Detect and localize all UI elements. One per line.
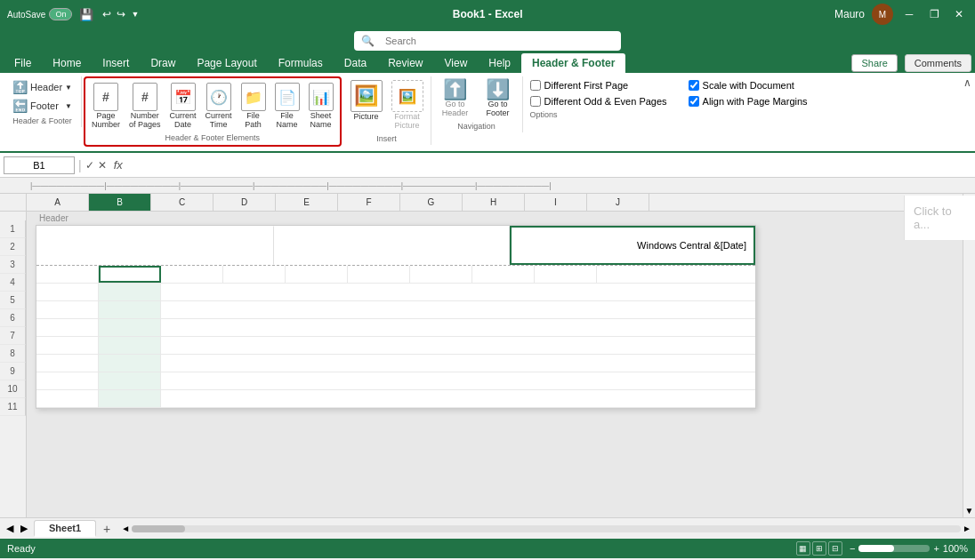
col-header-J[interactable]: J	[587, 194, 649, 211]
header-button[interactable]: 🔝 Header ▼	[7, 78, 77, 96]
col-header-I[interactable]: I	[525, 194, 587, 211]
picture-button[interactable]: 🖼️ Picture	[347, 78, 386, 132]
row-num-8[interactable]: 8	[0, 345, 26, 363]
align-with-margins-label[interactable]: Align with Page Margins	[689, 96, 808, 107]
different-first-page-label[interactable]: Different First Page	[530, 80, 667, 91]
menu-file[interactable]: File	[4, 53, 42, 73]
normal-view-button[interactable]: ▦	[796, 541, 810, 556]
menu-header-footer[interactable]: Header & Footer	[521, 53, 625, 73]
sheet-tab-sheet1[interactable]: Sheet1	[34, 520, 96, 537]
col-header-F[interactable]: F	[338, 194, 400, 211]
row-num-10[interactable]: 10	[0, 380, 26, 398]
cell-J1[interactable]	[597, 266, 755, 283]
menu-home[interactable]: Home	[42, 53, 92, 73]
current-time-button[interactable]: 🕐 CurrentTime	[202, 81, 236, 132]
zoom-slider[interactable]	[858, 545, 930, 552]
header-right-cell[interactable]: Windows Central &[Date]	[510, 226, 755, 265]
page-layout-view-button[interactable]: ⊞	[812, 541, 826, 556]
autosave-toggle[interactable]: On	[49, 8, 72, 20]
row-num-4[interactable]: 4	[0, 274, 26, 292]
col-header-A[interactable]: A	[27, 194, 89, 211]
cell-H1[interactable]	[472, 266, 535, 283]
save-icon[interactable]: 💾	[77, 6, 95, 23]
col-header-C[interactable]: C	[151, 194, 214, 211]
row-num-3[interactable]: 3	[0, 256, 26, 274]
menu-formulas[interactable]: Formulas	[268, 53, 334, 73]
col-header-H[interactable]: H	[463, 194, 525, 211]
cancel-icon[interactable]: ✕	[98, 159, 107, 172]
page-number-button[interactable]: # PageNumber	[88, 81, 124, 132]
menu-draw[interactable]: Draw	[140, 53, 186, 73]
sheet-name-button[interactable]: 📊 SheetName	[305, 81, 337, 132]
different-odd-even-checkbox[interactable]	[530, 96, 541, 107]
ribbon-collapse-button[interactable]: ∧	[963, 76, 971, 89]
different-first-page-checkbox[interactable]	[530, 80, 541, 91]
scale-with-document-label[interactable]: Scale with Document	[689, 80, 808, 91]
cell-row2[interactable]	[36, 284, 99, 300]
sheet-nav-right[interactable]: ▶	[18, 522, 30, 535]
check-icon[interactable]: ✓	[85, 159, 94, 172]
row-num-7[interactable]: 7	[0, 327, 26, 345]
close-button[interactable]: ✕	[950, 5, 968, 23]
restore-button[interactable]: ❐	[925, 5, 943, 23]
current-date-button[interactable]: 📅 CurrentDate	[166, 81, 200, 132]
h-scroll-right[interactable]: ►	[963, 524, 971, 533]
cell-E1[interactable]	[286, 266, 348, 283]
redo-btn[interactable]: ↪	[115, 6, 127, 22]
comments-button[interactable]: Comments	[905, 54, 971, 72]
col-header-D[interactable]: D	[214, 194, 276, 211]
search-input[interactable]	[378, 31, 614, 51]
add-sheet-button[interactable]: +	[96, 520, 117, 538]
row-num-2[interactable]: 2	[0, 238, 26, 256]
col-header-E[interactable]: E	[276, 194, 338, 211]
col-header-B[interactable]: B	[89, 194, 151, 211]
scale-with-document-checkbox[interactable]	[689, 80, 699, 91]
sheet-nav-left[interactable]: ◀	[4, 522, 16, 535]
vertical-scrollbar[interactable]: ▲ ▼	[963, 194, 975, 517]
minimize-button[interactable]: ─	[900, 5, 918, 23]
row-num-1[interactable]: 1	[0, 220, 26, 238]
different-odd-even-label[interactable]: Different Odd & Even Pages	[530, 96, 667, 107]
quick-access-more[interactable]: ▼	[129, 8, 141, 20]
row-num-5[interactable]: 5	[0, 292, 26, 309]
go-to-footer-button[interactable]: ⬇️ Go toFooter	[478, 78, 519, 120]
cell-D1[interactable]	[223, 266, 286, 283]
file-name-button[interactable]: 📄 FileName	[271, 81, 303, 132]
menu-view[interactable]: View	[434, 53, 479, 73]
horizontal-scrollbar[interactable]: ◄ ►	[117, 524, 975, 533]
footer-button[interactable]: 🔚 Footer ▼	[7, 97, 77, 115]
col-header-G[interactable]: G	[400, 194, 463, 211]
scroll-down-arrow[interactable]: ▼	[963, 504, 975, 517]
cell-B1-active[interactable]	[99, 266, 161, 283]
align-with-margins-checkbox[interactable]	[689, 96, 699, 107]
row-num-6[interactable]: 6	[0, 309, 26, 327]
zoom-in-button[interactable]: +	[933, 543, 939, 554]
cell-I1[interactable]	[535, 266, 597, 283]
cell-G1[interactable]	[410, 266, 472, 283]
formula-input[interactable]	[130, 156, 971, 174]
menu-insert[interactable]: Insert	[92, 53, 140, 73]
row-num-9[interactable]: 9	[0, 363, 26, 380]
cell-C1[interactable]	[161, 266, 223, 283]
h-scroll-left[interactable]: ◄	[121, 524, 130, 533]
menu-page-layout[interactable]: Page Layout	[186, 53, 267, 73]
cell-reference-input[interactable]	[4, 156, 75, 174]
zoom-out-button[interactable]: −	[850, 543, 855, 554]
format-picture-button[interactable]: 🖼️ FormatPicture	[388, 78, 427, 132]
header-center-cell[interactable]	[273, 226, 510, 265]
page-break-view-button[interactable]: ⊟	[828, 541, 842, 556]
menu-data[interactable]: Data	[334, 53, 377, 73]
menu-review[interactable]: Review	[377, 53, 433, 73]
header-left-cell[interactable]	[36, 226, 273, 265]
undo-btn[interactable]: ↩	[101, 6, 113, 22]
menu-help[interactable]: Help	[478, 53, 521, 73]
row-num-11[interactable]: 11	[0, 398, 26, 416]
number-of-pages-button[interactable]: # Numberof Pages	[125, 81, 165, 132]
h-scroll-thumb[interactable]	[132, 525, 185, 532]
cell-A1[interactable]	[36, 266, 99, 283]
go-to-header-button[interactable]: ⬆️ Go toHeader	[435, 78, 476, 120]
share-button[interactable]: Share	[851, 54, 897, 72]
cell-row2-B[interactable]	[99, 284, 161, 300]
cell-F1[interactable]	[348, 266, 410, 283]
h-scroll-track[interactable]	[132, 525, 961, 532]
